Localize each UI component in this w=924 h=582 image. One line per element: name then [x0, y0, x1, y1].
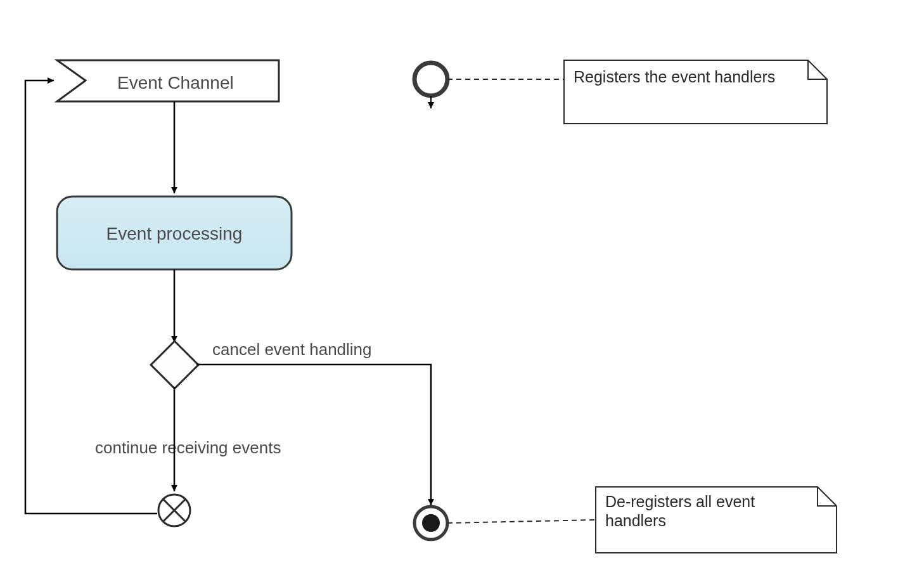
note-register-text: Registers the event handlers: [574, 68, 775, 86]
note-deregister: De-registers all event handlers: [596, 487, 837, 553]
note-register: Registers the event handlers: [564, 60, 827, 124]
svg-rect-2: [151, 341, 198, 389]
svg-point-0: [414, 63, 447, 96]
activity-event-processing: Event processing: [57, 197, 292, 269]
flow-final-node: [158, 495, 190, 526]
note-deregister-text-2: handlers: [605, 512, 666, 529]
signal-label: Event Channel: [117, 73, 234, 93]
note-connector-deregister: [447, 520, 596, 523]
activity-diagram: Registers the event handlers Event Chann…: [0, 0, 924, 582]
label-cancel: cancel event handling: [212, 340, 372, 359]
activity-label: Event processing: [106, 224, 243, 243]
activity-final-node: [414, 507, 447, 540]
start-node: [414, 63, 447, 96]
edge-decision-cancel: [196, 365, 431, 505]
svg-point-7: [422, 514, 440, 532]
decision-node: [151, 341, 198, 389]
note-deregister-text-1: De-registers all event: [605, 493, 755, 510]
label-continue: continue receiving events: [95, 438, 281, 457]
signal-event-channel: Event Channel: [57, 60, 279, 101]
